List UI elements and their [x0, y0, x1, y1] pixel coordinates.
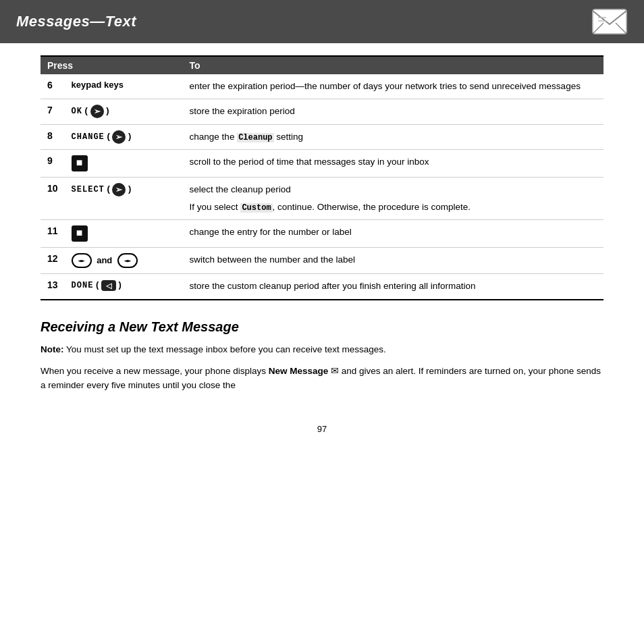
page-content: Press To 6 keypad keys enter the expirat…: [0, 43, 644, 412]
press-cell: ■: [65, 149, 183, 177]
to-cell: store the expiration period: [183, 99, 603, 124]
step-number: 7: [41, 99, 65, 124]
paren-open: (: [107, 184, 109, 194]
paren-close: ): [128, 184, 131, 194]
mono-custom: Custom: [240, 203, 272, 213]
key-done: DONE: [72, 281, 94, 290]
paren-close: ): [106, 106, 109, 116]
to-sub: If you select Custom, continue. Otherwis…: [190, 200, 597, 214]
inline-new-message: New Message: [269, 366, 329, 376]
press-label: keypad keys: [72, 80, 124, 90]
press-cell: DONE ( ◁ ): [65, 274, 183, 300]
to-cell: change the entry for the number or label: [183, 220, 603, 248]
nav-icon-2: ■: [72, 225, 88, 242]
col-header-to: To: [183, 56, 603, 74]
table-row: 12 ◄► and ◄► switch between the number a…: [41, 248, 603, 274]
table-row: 9 ■ scroll to the period of time that me…: [41, 149, 603, 177]
col-header-press: Press: [41, 56, 183, 74]
section-heading: Receiving a New Text Message: [41, 319, 603, 335]
step-number: 13: [41, 274, 65, 300]
paren-open: (: [85, 106, 88, 116]
body-paragraph: When you receive a new message, your pho…: [41, 365, 603, 393]
table-row: 8 CHANGE ( ➢ ) change the Cleanup settin…: [41, 124, 603, 149]
to-cell: change the Cleanup setting: [183, 124, 603, 149]
step-number: 9: [41, 149, 65, 177]
to-cell: switch between the number and the label: [183, 248, 603, 274]
table-row: 13 DONE ( ◁ ) store the custom cleanup p…: [41, 274, 603, 300]
press-cell: CHANGE ( ➢ ): [65, 124, 183, 149]
step-number: 8: [41, 124, 65, 149]
press-cell: SELECT ( ➢ ): [65, 177, 183, 220]
step-number: 12: [41, 248, 65, 274]
press-cell: ■: [65, 220, 183, 248]
key-ok: OK: [72, 107, 82, 117]
nav-left-icon: ◄►: [72, 253, 92, 268]
step-number: 10: [41, 177, 65, 220]
page-number: 97: [0, 424, 644, 434]
to-cell: select the cleanup period If you select …: [183, 177, 603, 220]
key-change: CHANGE: [72, 132, 105, 142]
step-number: 11: [41, 220, 65, 248]
change-button-icon: ➢: [112, 130, 126, 144]
done-button-icon: ◁: [101, 280, 116, 291]
nav-icon: ■: [72, 155, 88, 171]
ok-button-icon: ➢: [90, 105, 104, 118]
table-row: 11 ■ change the entry for the number or …: [41, 220, 603, 248]
paren-close: ): [128, 131, 131, 141]
mono-cleanup: Cleanup: [237, 133, 273, 142]
press-cell: OK ( ➢ ): [65, 99, 183, 124]
paren-open: (: [107, 131, 109, 141]
paren-close: ): [119, 279, 122, 290]
press-cell: keypad keys: [65, 74, 183, 99]
to-cell: store the custom cleanup period after yo…: [183, 274, 603, 300]
key-select: SELECT: [72, 185, 105, 194]
page-header: Messages—Text: [0, 0, 644, 43]
and-text: and: [97, 255, 115, 265]
note-label: Note:: [41, 344, 64, 354]
table-row: 7 OK ( ➢ ) store the expiration period: [41, 99, 603, 124]
svg-rect-0: [593, 9, 626, 34]
note-paragraph: Note: You must set up the text message i…: [41, 343, 603, 357]
paren-open: (: [96, 279, 99, 290]
step-number: 6: [41, 74, 65, 99]
table-row: 10 SELECT ( ➢ ) select the cleanup perio…: [41, 177, 603, 220]
note-body: You must set up the text message inbox b…: [66, 344, 386, 354]
select-button-icon: ➢: [112, 183, 126, 196]
nav-right-icon: ◄►: [117, 253, 138, 268]
messages-icon: [591, 5, 628, 38]
to-cell: enter the expiration period—the number o…: [183, 74, 603, 99]
to-cell: scroll to the period of time that messag…: [183, 149, 603, 177]
table-row: 6 keypad keys enter the expiration perio…: [41, 74, 603, 99]
to-main: select the cleanup period: [190, 183, 597, 196]
page-title: Messages—Text: [16, 13, 136, 30]
instruction-table: Press To 6 keypad keys enter the expirat…: [41, 55, 603, 300]
press-cell: ◄► and ◄►: [65, 248, 183, 274]
